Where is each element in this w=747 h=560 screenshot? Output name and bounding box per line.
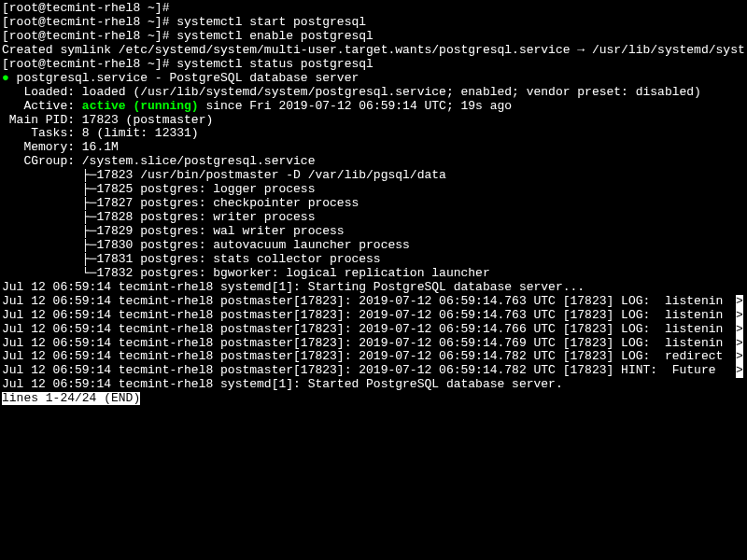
status-dot-icon: ● [2,72,9,85]
memory-line: Memory: 16.1M [2,141,745,155]
process-line: ├─17825 postgres: logger process [2,183,745,197]
active-status: active (running) [82,100,199,113]
log-line: Jul 12 06:59:14 tecmint-rhel8 postmaster… [2,295,745,309]
active-line: Active: active (running) since Fri 2019-… [2,100,745,114]
overflow-indicator-icon: > [736,295,743,309]
overflow-indicator-icon: > [736,309,743,323]
mainpid-line: Main PID: 17823 (postmaster) [2,114,745,128]
process-line: ├─17827 postgres: checkpointer process [2,197,745,211]
service-header: ● postgresql.service - PostgreSQL databa… [2,72,745,86]
overflow-indicator-icon: > [736,337,743,351]
log-line: Jul 12 06:59:14 tecmint-rhel8 postmaster… [2,309,745,323]
process-line: └─17832 postgres: bgworker: logical repl… [2,267,745,281]
log-line: Jul 12 06:59:14 tecmint-rhel8 postmaster… [2,350,745,364]
log-line: Jul 12 06:59:14 tecmint-rhel8 postmaster… [2,337,745,351]
log-line: Jul 12 06:59:14 tecmint-rhel8 postmaster… [2,364,745,378]
terminal-output[interactable]: [root@tecmint-rhel8 ~]# [root@tecmint-rh… [2,2,745,406]
command-line: [root@tecmint-rhel8 ~]# systemctl status… [2,58,745,72]
log-line: Jul 12 06:59:14 tecmint-rhel8 postmaster… [2,323,745,337]
cgroup-line: CGroup: /system.slice/postgresql.service [2,155,745,169]
command-line: [root@tecmint-rhel8 ~]# systemctl enable… [2,30,745,44]
process-line: ├─17829 postgres: wal writer process [2,225,745,239]
command-line: [root@tecmint-rhel8 ~]# systemctl start … [2,16,745,30]
process-line: ├─17823 /usr/bin/postmaster -D /var/lib/… [2,169,745,183]
process-line: ├─17830 postgres: autovacuum launcher pr… [2,239,745,253]
overflow-indicator-icon: > [736,350,743,364]
pager-status: lines 1-24/24 (END) [2,392,745,406]
overflow-indicator-icon: > [736,323,743,337]
prompt-line: [root@tecmint-rhel8 ~]# [2,2,745,16]
log-line: Jul 12 06:59:14 tecmint-rhel8 systemd[1]… [2,281,745,295]
process-line: ├─17831 postgres: stats collector proces… [2,253,745,267]
overflow-indicator-icon: > [736,364,743,378]
loaded-line: Loaded: loaded (/usr/lib/systemd/system/… [2,86,745,100]
output-line: Created symlink /etc/systemd/system/mult… [2,44,745,58]
tasks-line: Tasks: 8 (limit: 12331) [2,127,745,141]
log-line: Jul 12 06:59:14 tecmint-rhel8 systemd[1]… [2,378,745,392]
process-line: ├─17828 postgres: writer process [2,211,745,225]
